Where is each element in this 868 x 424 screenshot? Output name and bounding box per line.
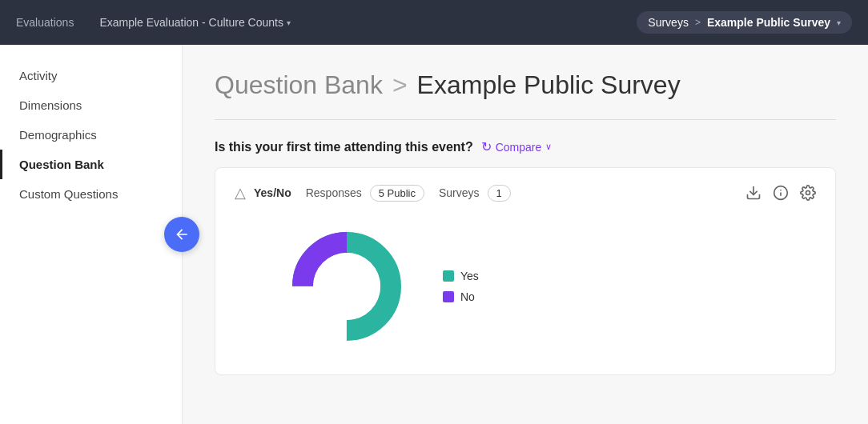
download-button[interactable]	[745, 185, 762, 201]
chart-type-icon: △	[235, 184, 246, 202]
nav-eval-chevron: ▾	[287, 18, 291, 27]
breadcrumb-survey-name: Example Public Survey	[417, 70, 681, 100]
surveys-pill[interactable]: Surveys > Example Public Survey ▾	[637, 11, 852, 34]
legend-yes: Yes	[443, 270, 479, 282]
legend-yes-label: Yes	[460, 270, 479, 282]
chart-type-label: Yes/No	[254, 186, 291, 199]
sidebar-item-demographics[interactable]: Demographics	[0, 120, 182, 150]
settings-button[interactable]	[800, 185, 816, 201]
breadcrumb-arrow: >	[392, 70, 408, 100]
legend-yes-dot	[443, 270, 454, 282]
legend-no-dot	[443, 291, 454, 302]
sidebar-item-activity[interactable]: Activity	[0, 61, 182, 90]
chart-body: Yes No	[235, 214, 816, 358]
surveys-label: Surveys	[439, 186, 480, 199]
back-arrow-icon	[174, 226, 190, 242]
responses-count-badge: 5 Public	[370, 185, 424, 202]
legend-no: No	[443, 290, 479, 303]
donut-svg	[283, 222, 411, 350]
chart-header: △ Yes/No Responses 5 Public Surveys 1	[235, 184, 816, 202]
breadcrumb-question-bank: Question Bank	[215, 70, 383, 100]
surveys-pill-survey: Example Public Survey	[707, 16, 830, 29]
settings-icon	[800, 185, 816, 201]
sidebar-item-custom-questions[interactable]: Custom Questions	[0, 179, 182, 209]
app-layout: Activity Dimensions Demographics Questio…	[0, 45, 868, 424]
chart-legend: Yes No	[443, 270, 479, 303]
surveys-pill-chevron: ▾	[837, 18, 841, 27]
sidebar-item-dimensions[interactable]: Dimensions	[0, 90, 182, 120]
chart-card: △ Yes/No Responses 5 Public Surveys 1	[215, 167, 836, 375]
question-text: Is this your first time attending this e…	[215, 140, 473, 154]
info-button[interactable]	[773, 185, 789, 201]
header-divider	[215, 119, 836, 120]
surveys-pill-label: Surveys	[648, 16, 689, 29]
sidebar: Activity Dimensions Demographics Questio…	[0, 45, 183, 424]
nav-evaluations[interactable]: Evaluations	[16, 16, 74, 29]
page-header: Question Bank > Example Public Survey	[215, 70, 836, 100]
surveys-pill-arrow: >	[695, 17, 701, 28]
compare-button[interactable]: ↻ Compare ∨	[481, 139, 553, 154]
sidebar-item-question-bank[interactable]: Question Bank	[0, 150, 182, 179]
main-content: Question Bank > Example Public Survey Is…	[183, 45, 868, 424]
top-nav: Evaluations Example Evaluation - Culture…	[0, 0, 868, 45]
compare-label: Compare	[496, 141, 542, 154]
donut-chart	[283, 222, 411, 350]
donut-hole	[313, 253, 380, 320]
back-button[interactable]	[164, 217, 199, 252]
compare-chevron: ∨	[545, 142, 552, 152]
compare-icon: ↻	[481, 139, 492, 154]
nav-eval-name[interactable]: Example Evaluation - Culture Counts ▾	[99, 16, 291, 29]
info-icon	[773, 185, 789, 201]
legend-no-label: No	[460, 290, 475, 303]
question-row: Is this your first time attending this e…	[215, 139, 836, 154]
surveys-count-badge: 1	[488, 185, 511, 202]
svg-point-4	[806, 191, 810, 195]
chart-actions	[745, 185, 816, 201]
responses-label: Responses	[306, 186, 362, 199]
download-icon	[745, 185, 762, 201]
